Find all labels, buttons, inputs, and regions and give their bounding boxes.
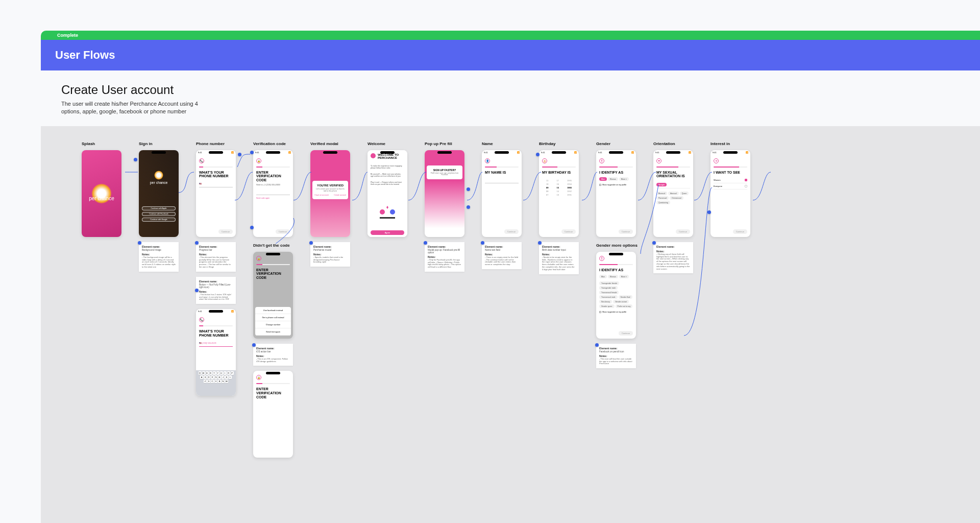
note-body: - Specific modals that need to be design… <box>313 256 347 264</box>
note-element: Birth date number input <box>542 249 576 251</box>
flow-node[interactable] <box>707 210 711 214</box>
note-node[interactable] <box>309 241 313 245</box>
action-send-again[interactable]: Send text again <box>255 328 291 336</box>
canvas[interactable]: Splash per chance Sign in per chance Co <box>41 126 980 523</box>
continue-google-button[interactable]: Continue with Google <box>142 218 176 222</box>
screen-welcome[interactable]: WELCOME TO PERCHANCE To make the experie… <box>368 150 407 237</box>
chip[interactable]: Transgender female <box>599 281 619 285</box>
option-straight[interactable]: Straight <box>656 181 690 188</box>
flow-node[interactable] <box>250 151 254 154</box>
screen-verified[interactable]: YOU'RE VERIFIED Let's create your accoun… <box>310 150 350 237</box>
note-body: - This icon will lead the user outside t… <box>599 358 633 365</box>
screen-verification-alt[interactable]: 🔒 ENTER VERIFICATION CODE <box>253 371 293 458</box>
create-account-link[interactable]: Create account <box>334 194 346 196</box>
chip-more[interactable]: More > <box>619 177 629 181</box>
action-change-number[interactable]: Change number <box>255 321 291 328</box>
continue-button[interactable]: Continue <box>733 229 747 234</box>
note-node[interactable] <box>424 241 427 245</box>
screen-name[interactable]: 9:41📶 👤 MY NAME IS Continue <box>482 150 522 237</box>
note-node[interactable] <box>538 241 542 245</box>
chip-man[interactable]: Man <box>599 177 607 181</box>
progress-bar <box>542 167 576 168</box>
action-call[interactable]: Get a phone call instead <box>255 314 291 321</box>
note-node[interactable] <box>138 241 141 245</box>
screen-gender-more[interactable]: ⚧ I IDENTIFY AS Man Woman More > Transge… <box>596 252 636 339</box>
screen-verification[interactable]: 9:41📶 🔒 ENTER VERIFICATION CODE Sent to … <box>253 150 293 237</box>
flow-node[interactable] <box>238 153 241 156</box>
flow-node[interactable] <box>467 205 470 209</box>
note-node[interactable] <box>195 289 199 292</box>
modal-title: SIGN UP FASTER? <box>429 169 460 172</box>
chip[interactable]: Transsexual male <box>599 295 618 299</box>
agree-button[interactable]: Agree <box>371 230 404 235</box>
code-input[interactable] <box>256 190 290 195</box>
screen-orientation[interactable]: 9:41📶 ❤ MY SEXUAL ORIENTATION IS Straigh… <box>653 150 693 237</box>
continue-button[interactable]: Continue <box>619 229 633 234</box>
chip[interactable]: Queer <box>680 192 689 195</box>
flow-node[interactable] <box>467 187 470 191</box>
chip-man[interactable]: Man <box>599 275 607 278</box>
chip[interactable]: Transgender male <box>599 286 618 290</box>
month-col[interactable]: 11 10 09 08 07 <box>546 179 548 196</box>
option-everyone[interactable]: Everyone <box>714 183 747 189</box>
chip[interactable]: Gender queer <box>599 304 615 308</box>
continue-button[interactable]: Continue <box>218 229 233 234</box>
phone-input[interactable]: 🇺🇸 <box>199 182 233 187</box>
day-col[interactable]: 17 16 15 14 13 <box>557 179 559 196</box>
flow-node[interactable] <box>536 153 540 156</box>
chip[interactable]: Pansexual <box>656 196 669 200</box>
note-node[interactable] <box>252 343 256 347</box>
chip[interactable]: Transsexual female <box>599 291 619 294</box>
chip[interactable]: Demisexual <box>670 196 683 200</box>
chip[interactable]: Asexual <box>668 192 678 195</box>
show-gender-checkbox[interactable]: Show my gender on my profile <box>599 311 633 313</box>
screen-didnt-get-code[interactable]: 🔒 ENTER VERIFICATION CODE Use facebook i… <box>253 252 293 339</box>
chip-woman[interactable]: Woman <box>608 177 618 181</box>
screen-birthday[interactable]: 9:41📶 🎂 MY BIRTHDAY IS 11 10 09 08 <box>539 150 579 237</box>
show-gender-checkbox[interactable]: Show my gender on my profile <box>599 184 633 186</box>
continue-button[interactable]: Continue <box>676 229 690 234</box>
chip[interactable]: Non-binary <box>599 300 612 303</box>
screen-signin[interactable]: per chance Continue with Apple Continue … <box>139 150 179 237</box>
name-input[interactable] <box>485 178 519 183</box>
screen-phone[interactable]: 9:41📶 📞 WHAT'S YOUR PHONE NUMBER 🇺🇸 Cont… <box>196 150 236 237</box>
chip[interactable]: Gender variant <box>613 300 629 303</box>
note-node[interactable] <box>595 343 599 347</box>
action-facebook[interactable]: Use facebook instead <box>255 307 291 314</box>
screen-title: ENTER VERIFICATION CODE <box>256 171 290 182</box>
flow-node[interactable] <box>134 158 137 161</box>
screen-interest[interactable]: 9:41📶 👁 I WANT TO SEE Women Everyone Con… <box>710 150 750 237</box>
continue-button[interactable]: Continue <box>276 229 290 234</box>
date-picker[interactable]: 11 10 09 08 07 17 16 15 <box>542 179 576 196</box>
continue-button[interactable]: Continue <box>619 331 633 336</box>
keyboard[interactable]: QWERTYUIOP ASDFGHJKL ZXCVBNM <box>196 370 236 396</box>
notch-icon <box>723 151 738 154</box>
continue-button[interactable]: Continue <box>561 229 576 234</box>
phone-input[interactable]: 🇺🇸 (213) 555-0123 <box>199 342 233 347</box>
chip[interactable]: Questioning <box>656 201 670 204</box>
continue-apple-button[interactable]: Continue with Apple <box>142 206 176 210</box>
chip-woman[interactable]: Woman <box>608 275 618 278</box>
note-body: - Needs to be empty state for the field … <box>542 256 576 271</box>
resend-link[interactable]: Send code again <box>256 197 290 199</box>
have-account-link[interactable]: I have an account <box>314 194 329 196</box>
chip[interactable]: Gender fluid <box>619 295 632 299</box>
option-women[interactable]: Women <box>714 177 747 183</box>
screen-phone-keyboard[interactable]: 9:41📶 📞 WHAT'S YOUR PHONE NUMBER 🇺🇸 (213… <box>196 309 236 396</box>
chip[interactable]: Prefer not to say <box>616 304 633 308</box>
screen-gender[interactable]: 9:41📶 ⚧ I IDENTIFY AS Man Woman More > S… <box>596 150 636 237</box>
flow-node[interactable] <box>250 226 254 229</box>
chip-more[interactable]: More > <box>619 275 629 278</box>
note-node[interactable] <box>652 241 656 245</box>
screen-splash[interactable]: per chance <box>82 150 121 237</box>
screen-prefill[interactable]: SIGN UP FASTER? Prefill email, name, age… <box>425 150 464 237</box>
options-list: Straight Bisexual Asexual Queer Pansexua… <box>656 181 690 204</box>
note-node[interactable] <box>481 241 484 245</box>
year-col[interactable]: 1995 1994 1993 1992 1991 <box>567 179 572 196</box>
chip[interactable]: Bisexual <box>656 192 667 195</box>
logo-text: per chance <box>139 181 179 184</box>
continue-facebook-button[interactable]: Continue with Facebook <box>142 212 176 216</box>
note-node[interactable] <box>195 241 199 245</box>
continue-button[interactable]: Continue <box>504 229 519 234</box>
screen-title: I WANT TO SEE <box>714 171 747 175</box>
